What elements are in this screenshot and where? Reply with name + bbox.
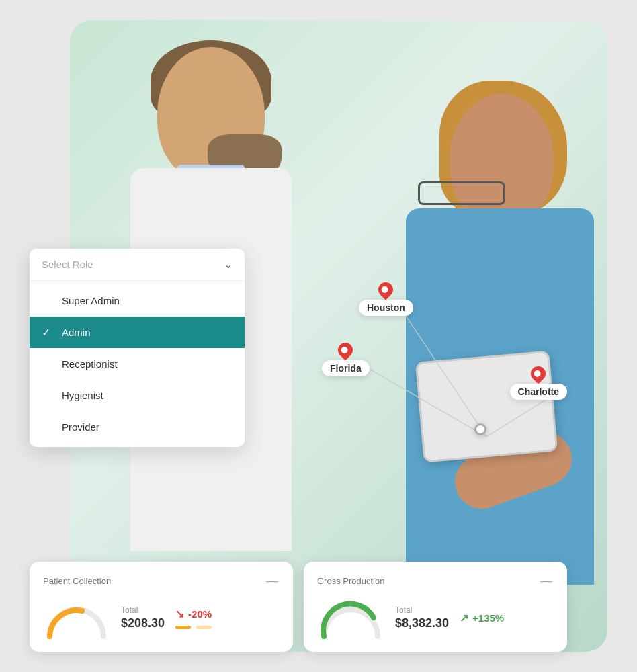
gross-production-card: Gross Production —	[304, 562, 567, 652]
patient-gauge-svg	[43, 596, 110, 640]
dropdown-placeholder: Select Role	[42, 259, 93, 270]
svg-point-4	[372, 616, 376, 620]
doctor-head	[157, 47, 265, 181]
gross-trend-icon: ↗	[460, 612, 468, 624]
patient-collection-info: Total $208.30 ↘ -20%	[121, 605, 280, 630]
svg-point-3	[80, 609, 84, 613]
dropdown-item-admin[interactable]: ✓ Admin	[30, 317, 245, 348]
pin-florida: Florida	[322, 343, 370, 376]
hygienist-label: Hygienist	[62, 390, 103, 401]
admin-label: Admin	[62, 327, 91, 338]
charlotte-pin-dot	[528, 363, 549, 384]
patient-collection-gauge	[43, 596, 110, 640]
houston-pin-label: Houston	[359, 300, 413, 316]
gross-production-gauge	[317, 596, 384, 640]
florida-pin-label: Florida	[322, 360, 370, 376]
patient-collection-title: Patient Collection	[43, 576, 111, 586]
receptionist-label: Receptionist	[62, 358, 118, 370]
check-icon-admin: ✓	[42, 326, 55, 339]
pin-charlotte: Charlotte	[510, 366, 567, 400]
center-dot	[474, 423, 486, 435]
gross-gauge-svg	[317, 596, 384, 640]
stats-row: Patient Collection —	[30, 562, 567, 652]
dropdown-item-super-admin[interactable]: ✓ Super Admin	[30, 285, 245, 317]
role-dropdown[interactable]: Select Role ⌄ ✓ Super Admin ✓ Admin ✓ Re…	[30, 249, 245, 447]
nurse-glasses	[418, 181, 505, 205]
chevron-down-icon: ⌄	[224, 258, 232, 271]
gross-production-header: Gross Production —	[317, 574, 554, 588]
patient-collection-body: Total $208.30 ↘ -20%	[43, 596, 280, 640]
gross-total-value: $8,382.30	[395, 616, 449, 630]
patient-collection-menu-icon[interactable]: —	[266, 574, 280, 588]
gross-change-value: +135%	[472, 612, 504, 624]
gross-total-label: Total	[395, 605, 449, 615]
nurse-head	[450, 94, 554, 225]
dropdown-item-receptionist[interactable]: ✓ Receptionist	[30, 348, 245, 380]
florida-pin-dot	[335, 339, 356, 360]
dropdown-item-provider[interactable]: ✓ Provider	[30, 411, 245, 443]
gross-change: ↗ +135%	[460, 612, 504, 624]
dropdown-list: ✓ Super Admin ✓ Admin ✓ Receptionist ✓ H…	[30, 281, 245, 447]
pin-houston: Houston	[359, 282, 413, 316]
patient-change-value: -20%	[188, 608, 212, 620]
gross-production-title: Gross Production	[317, 576, 384, 586]
gross-production-info: Total $8,382.30 ↗ +135%	[395, 605, 554, 630]
legend-bar-2	[196, 626, 212, 629]
gross-production-menu-icon[interactable]: —	[540, 574, 554, 588]
patient-total-label: Total	[121, 605, 165, 615]
dropdown-header[interactable]: Select Role ⌄	[30, 249, 245, 281]
gross-production-body: Total $8,382.30 ↗ +135%	[317, 596, 554, 640]
patient-collection-header: Patient Collection —	[43, 574, 280, 588]
patient-legend	[175, 626, 212, 629]
houston-pin-dot	[376, 279, 396, 300]
legend-bar-1	[175, 626, 191, 629]
nurse-figure	[379, 74, 594, 585]
patient-trend-icon: ↘	[175, 607, 184, 620]
patient-change: ↘ -20%	[175, 607, 212, 620]
dropdown-item-hygienist[interactable]: ✓ Hygienist	[30, 380, 245, 411]
provider-label: Provider	[62, 421, 99, 433]
patient-total-value: $208.30	[121, 616, 165, 630]
charlotte-pin-label: Charlotte	[510, 384, 567, 400]
main-scene: Houston Florida Charlotte Select Role ⌄ …	[30, 20, 607, 652]
super-admin-label: Super Admin	[62, 295, 120, 306]
patient-collection-card: Patient Collection —	[30, 562, 293, 652]
